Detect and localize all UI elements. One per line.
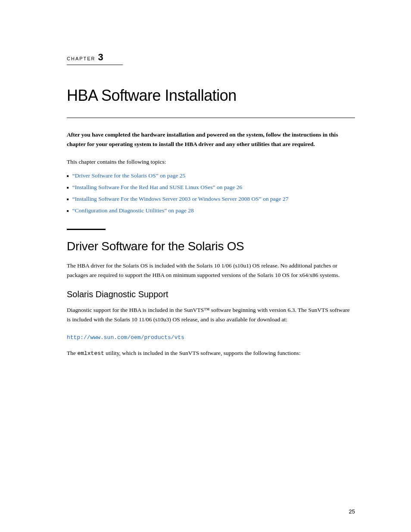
topic-link-4[interactable]: “Configuration and Diagnostic Utilities”… bbox=[72, 206, 194, 216]
page-container: CHAPTER 3 HBA Software Installation Afte… bbox=[0, 0, 411, 532]
list-item: “Installing Software For the Windows Ser… bbox=[67, 194, 355, 204]
sun-url-link[interactable]: http://www.sun.com/oem/products/vts bbox=[67, 334, 355, 341]
topics-intro: This chapter contains the following topi… bbox=[67, 157, 355, 167]
after-url-paragraph: The emlxtest utility, which is included … bbox=[67, 348, 355, 358]
list-item: “Driver Software for the Solaris OS” on … bbox=[67, 171, 355, 181]
inline-code-emlxtest: emlxtest bbox=[77, 350, 104, 357]
section-paragraph-1: The HBA driver for the Solaris OS is inc… bbox=[67, 261, 355, 280]
chapter-label: CHAPTER 3 bbox=[67, 52, 355, 63]
topics-list: “Driver Software for the Solaris OS” on … bbox=[67, 171, 355, 216]
chapter-header: CHAPTER 3 bbox=[67, 52, 355, 65]
title-rule bbox=[67, 118, 355, 118]
page-number: 25 bbox=[349, 508, 355, 515]
list-item: “Configuration and Diagnostic Utilities”… bbox=[67, 206, 355, 216]
section-title-driver-software: Driver Software for the Solaris OS bbox=[67, 240, 355, 253]
topic-link-2[interactable]: “Installing Software For the Red Hat and… bbox=[72, 183, 242, 193]
chapter-number: 3 bbox=[98, 52, 104, 63]
main-title: HBA Software Installation bbox=[67, 87, 355, 105]
subsection-title-diagnostic: Solaris Diagnostic Support bbox=[67, 289, 355, 299]
chapter-word: CHAPTER bbox=[67, 56, 96, 61]
chapter-divider bbox=[67, 65, 123, 65]
subsection-text-1: Diagnostic support for the HBA is includ… bbox=[67, 307, 350, 323]
list-item: “Installing Software For the Red Hat and… bbox=[67, 183, 355, 193]
content-area: CHAPTER 3 HBA Software Installation Afte… bbox=[0, 0, 411, 402]
intro-paragraph: After you have completed the hardware in… bbox=[67, 130, 355, 149]
subsection-paragraph-1: Diagnostic support for the HBA is includ… bbox=[67, 305, 355, 325]
section-divider bbox=[67, 229, 106, 230]
topic-link-1[interactable]: “Driver Software for the Solaris OS” on … bbox=[72, 171, 185, 181]
topic-link-3[interactable]: “Installing Software For the Windows Ser… bbox=[72, 194, 289, 204]
